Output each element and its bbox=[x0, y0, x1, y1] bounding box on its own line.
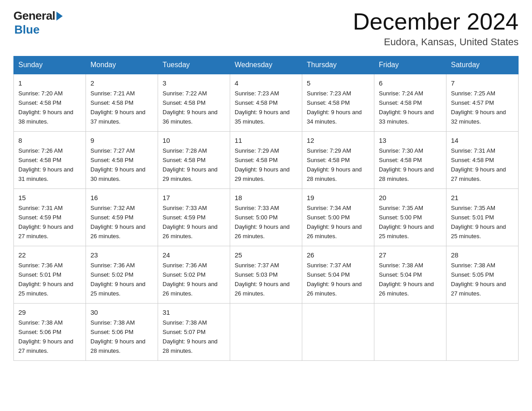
day-info: Sunrise: 7:37 AMSunset: 5:04 PMDaylight:… bbox=[307, 262, 362, 297]
header-day-sunday: Sunday bbox=[14, 56, 86, 74]
calendar-cell: 29Sunrise: 7:38 AMSunset: 5:06 PMDayligh… bbox=[14, 303, 86, 360]
day-number: 26 bbox=[307, 250, 369, 260]
day-info: Sunrise: 7:38 AMSunset: 5:06 PMDaylight:… bbox=[90, 319, 146, 354]
header-day-saturday: Saturday bbox=[446, 56, 519, 74]
calendar-cell: 16Sunrise: 7:32 AMSunset: 4:59 PMDayligh… bbox=[86, 189, 158, 246]
calendar-cell: 11Sunrise: 7:29 AMSunset: 4:58 PMDayligh… bbox=[230, 132, 302, 189]
calendar-cell: 30Sunrise: 7:38 AMSunset: 5:06 PMDayligh… bbox=[86, 303, 158, 360]
day-info: Sunrise: 7:35 AMSunset: 5:01 PMDaylight:… bbox=[451, 205, 506, 240]
day-number: 19 bbox=[307, 193, 369, 203]
day-info: Sunrise: 7:20 AMSunset: 4:58 PMDaylight:… bbox=[18, 90, 73, 125]
calendar-cell: 25Sunrise: 7:37 AMSunset: 5:03 PMDayligh… bbox=[230, 246, 302, 304]
calendar-cell bbox=[302, 303, 374, 360]
day-info: Sunrise: 7:29 AMSunset: 4:58 PMDaylight:… bbox=[235, 147, 290, 182]
calendar-cell: 24Sunrise: 7:36 AMSunset: 5:02 PMDayligh… bbox=[158, 246, 230, 304]
day-info: Sunrise: 7:27 AMSunset: 4:58 PMDaylight:… bbox=[90, 147, 146, 182]
day-number: 27 bbox=[379, 250, 442, 260]
calendar-cell: 27Sunrise: 7:38 AMSunset: 5:04 PMDayligh… bbox=[374, 246, 446, 304]
day-info: Sunrise: 7:38 AMSunset: 5:06 PMDaylight:… bbox=[18, 319, 73, 354]
day-info: Sunrise: 7:35 AMSunset: 5:00 PMDaylight:… bbox=[379, 205, 434, 240]
week-row-5: 29Sunrise: 7:38 AMSunset: 5:06 PMDayligh… bbox=[14, 303, 519, 360]
logo-triangle-icon bbox=[56, 12, 63, 21]
calendar-body: 1Sunrise: 7:20 AMSunset: 4:58 PMDaylight… bbox=[14, 74, 519, 360]
day-info: Sunrise: 7:33 AMSunset: 5:00 PMDaylight:… bbox=[235, 205, 290, 240]
header-day-tuesday: Tuesday bbox=[158, 56, 230, 74]
week-row-1: 1Sunrise: 7:20 AMSunset: 4:58 PMDaylight… bbox=[14, 74, 519, 131]
day-number: 5 bbox=[307, 78, 369, 88]
day-info: Sunrise: 7:26 AMSunset: 4:58 PMDaylight:… bbox=[18, 147, 73, 182]
calendar-cell: 9Sunrise: 7:27 AMSunset: 4:58 PMDaylight… bbox=[86, 132, 158, 189]
calendar-cell: 7Sunrise: 7:25 AMSunset: 4:57 PMDaylight… bbox=[446, 74, 519, 131]
day-number: 18 bbox=[235, 193, 297, 203]
day-number: 30 bbox=[90, 307, 153, 317]
calendar-cell bbox=[374, 303, 446, 360]
day-info: Sunrise: 7:30 AMSunset: 4:58 PMDaylight:… bbox=[379, 147, 434, 182]
day-info: Sunrise: 7:25 AMSunset: 4:57 PMDaylight:… bbox=[451, 90, 506, 125]
header-day-monday: Monday bbox=[86, 56, 158, 74]
day-info: Sunrise: 7:23 AMSunset: 4:58 PMDaylight:… bbox=[235, 90, 290, 125]
day-number: 7 bbox=[451, 78, 514, 88]
day-number: 13 bbox=[379, 135, 442, 146]
calendar-cell: 5Sunrise: 7:23 AMSunset: 4:58 PMDaylight… bbox=[302, 74, 374, 131]
day-number: 9 bbox=[90, 135, 153, 146]
day-number: 2 bbox=[90, 78, 153, 88]
day-number: 3 bbox=[163, 78, 225, 88]
day-number: 28 bbox=[451, 250, 514, 260]
calendar-cell: 13Sunrise: 7:30 AMSunset: 4:58 PMDayligh… bbox=[374, 132, 446, 189]
day-number: 25 bbox=[235, 250, 297, 260]
day-info: Sunrise: 7:36 AMSunset: 5:02 PMDaylight:… bbox=[163, 262, 218, 297]
day-number: 12 bbox=[307, 135, 369, 146]
day-info: Sunrise: 7:22 AMSunset: 4:58 PMDaylight:… bbox=[163, 90, 218, 125]
week-row-2: 8Sunrise: 7:26 AMSunset: 4:58 PMDaylight… bbox=[14, 132, 519, 189]
day-number: 16 bbox=[90, 193, 153, 203]
calendar-cell: 20Sunrise: 7:35 AMSunset: 5:00 PMDayligh… bbox=[374, 189, 446, 246]
day-info: Sunrise: 7:36 AMSunset: 5:01 PMDaylight:… bbox=[18, 262, 73, 297]
calendar-header: SundayMondayTuesdayWednesdayThursdayFrid… bbox=[14, 56, 519, 74]
logo-blue-text: Blue bbox=[14, 23, 39, 37]
calendar-cell bbox=[230, 303, 302, 360]
calendar-cell: 6Sunrise: 7:24 AMSunset: 4:58 PMDaylight… bbox=[374, 74, 446, 131]
calendar-title: December 2024 bbox=[353, 9, 519, 34]
header-day-friday: Friday bbox=[374, 56, 446, 74]
calendar-cell: 10Sunrise: 7:28 AMSunset: 4:58 PMDayligh… bbox=[158, 132, 230, 189]
day-info: Sunrise: 7:24 AMSunset: 4:58 PMDaylight:… bbox=[379, 90, 434, 125]
day-info: Sunrise: 7:23 AMSunset: 4:58 PMDaylight:… bbox=[307, 90, 362, 125]
page-header: General Blue December 2024 Eudora, Kansa… bbox=[13, 9, 519, 48]
day-number: 8 bbox=[18, 135, 81, 146]
calendar-cell: 22Sunrise: 7:36 AMSunset: 5:01 PMDayligh… bbox=[14, 246, 86, 304]
day-number: 11 bbox=[235, 135, 297, 146]
calendar-cell: 14Sunrise: 7:31 AMSunset: 4:58 PMDayligh… bbox=[446, 132, 519, 189]
calendar-cell: 1Sunrise: 7:20 AMSunset: 4:58 PMDaylight… bbox=[14, 74, 86, 131]
calendar-cell: 23Sunrise: 7:36 AMSunset: 5:02 PMDayligh… bbox=[86, 246, 158, 304]
calendar-cell: 2Sunrise: 7:21 AMSunset: 4:58 PMDaylight… bbox=[86, 74, 158, 131]
calendar-cell: 31Sunrise: 7:38 AMSunset: 5:07 PMDayligh… bbox=[158, 303, 230, 360]
calendar-cell: 21Sunrise: 7:35 AMSunset: 5:01 PMDayligh… bbox=[446, 189, 519, 246]
day-info: Sunrise: 7:31 AMSunset: 4:58 PMDaylight:… bbox=[451, 147, 506, 182]
day-number: 10 bbox=[163, 135, 225, 146]
header-day-thursday: Thursday bbox=[302, 56, 374, 74]
calendar-cell: 15Sunrise: 7:31 AMSunset: 4:59 PMDayligh… bbox=[14, 189, 86, 246]
calendar-subtitle: Eudora, Kansas, United States bbox=[353, 36, 519, 48]
header-day-wednesday: Wednesday bbox=[230, 56, 302, 74]
header-row: SundayMondayTuesdayWednesdayThursdayFrid… bbox=[14, 56, 519, 74]
calendar-table: SundayMondayTuesdayWednesdayThursdayFrid… bbox=[13, 56, 519, 361]
calendar-cell: 3Sunrise: 7:22 AMSunset: 4:58 PMDaylight… bbox=[158, 74, 230, 131]
calendar-cell: 19Sunrise: 7:34 AMSunset: 5:00 PMDayligh… bbox=[302, 189, 374, 246]
day-number: 17 bbox=[163, 193, 225, 203]
calendar-cell: 18Sunrise: 7:33 AMSunset: 5:00 PMDayligh… bbox=[230, 189, 302, 246]
day-info: Sunrise: 7:38 AMSunset: 5:07 PMDaylight:… bbox=[163, 319, 218, 354]
day-info: Sunrise: 7:31 AMSunset: 4:59 PMDaylight:… bbox=[18, 205, 73, 240]
calendar-cell: 8Sunrise: 7:26 AMSunset: 4:58 PMDaylight… bbox=[14, 132, 86, 189]
logo-general-text: General bbox=[13, 9, 55, 23]
day-number: 31 bbox=[163, 307, 225, 317]
day-info: Sunrise: 7:32 AMSunset: 4:59 PMDaylight:… bbox=[90, 205, 146, 240]
day-info: Sunrise: 7:36 AMSunset: 5:02 PMDaylight:… bbox=[90, 262, 146, 297]
logo: General Blue bbox=[13, 9, 63, 37]
day-number: 15 bbox=[18, 193, 81, 203]
day-info: Sunrise: 7:38 AMSunset: 5:05 PMDaylight:… bbox=[451, 262, 506, 297]
day-number: 23 bbox=[90, 250, 153, 260]
day-info: Sunrise: 7:34 AMSunset: 5:00 PMDaylight:… bbox=[307, 205, 362, 240]
day-number: 29 bbox=[18, 307, 81, 317]
day-number: 20 bbox=[379, 193, 442, 203]
title-area: December 2024 Eudora, Kansas, United Sta… bbox=[353, 9, 519, 48]
